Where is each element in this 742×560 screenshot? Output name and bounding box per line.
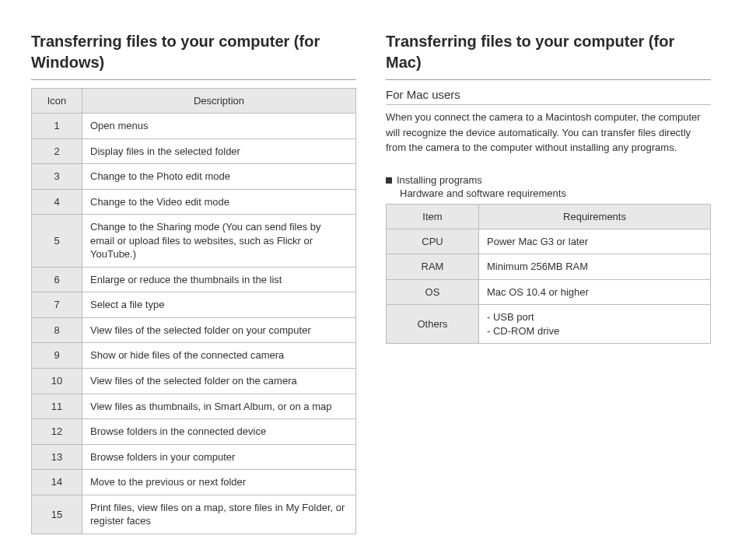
table-row: 12Browse folders in the connected device: [32, 419, 356, 445]
row-num: 4: [32, 189, 82, 215]
right-title: Transferring files to your computer (for…: [386, 31, 711, 80]
table-row: 6Enlarge or reduce the thumbnails in the…: [32, 267, 356, 292]
row-desc: Browse folders in the connected device: [82, 419, 356, 445]
table-row: 7Select a file type: [32, 292, 356, 318]
table-row: 11View files as thumbnails, in Smart Alb…: [32, 394, 356, 419]
left-title: Transferring files to your computer (for…: [31, 31, 356, 80]
install-line2: Hardware and software requirements: [400, 187, 711, 199]
row-num: 1: [32, 114, 82, 139]
table-row: 4Change to the Video edit mode: [32, 189, 356, 215]
req-value: Power Mac G3 or later: [479, 229, 711, 254]
left-column: Transferring files to your computer (for…: [31, 31, 356, 534]
req-value: - USB port - CD-ROM drive: [479, 305, 711, 344]
row-desc: View files of the selected folder on the…: [82, 369, 356, 394]
row-desc: Change to the Video edit mode: [82, 189, 356, 215]
row-desc: Open menus: [82, 114, 356, 139]
table-row: 14Move to the previous or next folder: [32, 470, 356, 495]
row-num: 6: [32, 267, 82, 292]
header-item: Item: [387, 204, 479, 229]
mac-subhead: For Mac users: [386, 88, 711, 105]
row-desc: View files as thumbnails, in Smart Album…: [82, 394, 356, 419]
row-desc: Move to the previous or next folder: [82, 470, 356, 495]
row-num: 12: [32, 419, 82, 445]
req-item: OS: [387, 279, 479, 305]
req-item: CPU: [387, 229, 479, 254]
install-line1-text: Installing programs: [397, 174, 482, 186]
row-desc: Enlarge or reduce the thumbnails in the …: [82, 267, 356, 292]
row-desc: Change to the Sharing mode (You can send…: [82, 215, 356, 268]
table-row: 13Browse folders in your computer: [32, 444, 356, 470]
mac-body-text: When you connect the camera to a Macinto…: [386, 110, 711, 156]
table-header-row: Icon Description: [32, 89, 356, 114]
content-columns: Transferring files to your computer (for…: [31, 31, 711, 534]
row-num: 3: [32, 164, 82, 190]
row-num: 15: [32, 495, 82, 534]
row-desc: Display files in the selected folder: [82, 138, 356, 164]
table-row: 9Show or hide files of the connected cam…: [32, 343, 356, 369]
row-num: 10: [32, 369, 82, 394]
header-description: Description: [82, 89, 356, 114]
req-item: RAM: [387, 254, 479, 280]
header-icon: Icon: [32, 89, 82, 114]
install-block: Installing programs Hardware and softwar…: [386, 174, 711, 345]
table-row: 15Print files, view files on a map, stor…: [32, 495, 356, 534]
req-value: Mac OS 10.4 or higher: [479, 279, 711, 305]
table-row: RAMMinimum 256MB RAM: [387, 254, 711, 280]
row-desc: Show or hide files of the connected came…: [82, 343, 356, 369]
table-row: Others- USB port - CD-ROM drive: [387, 305, 711, 344]
row-desc: View files of the selected folder on you…: [82, 317, 356, 343]
row-num: 11: [32, 394, 82, 419]
square-bullet-icon: [386, 177, 392, 184]
row-desc: Browse folders in your computer: [82, 444, 356, 470]
row-num: 9: [32, 343, 82, 369]
row-num: 14: [32, 470, 82, 495]
table-header-row: Item Requirements: [387, 204, 711, 229]
table-row: 10View files of the selected folder on t…: [32, 369, 356, 394]
row-num: 8: [32, 317, 82, 343]
row-desc: Print files, view files on a map, store …: [82, 495, 356, 534]
install-line1: Installing programs: [386, 174, 711, 186]
table-row: 8View files of the selected folder on yo…: [32, 317, 356, 343]
table-row: 1Open menus: [32, 114, 356, 139]
row-num: 2: [32, 138, 82, 164]
right-column: Transferring files to your computer (for…: [386, 31, 711, 534]
header-requirements: Requirements: [479, 204, 711, 229]
table-row: 2Display files in the selected folder: [32, 138, 356, 164]
table-row: 3Change to the Photo edit mode: [32, 164, 356, 190]
table-row: CPUPower Mac G3 or later: [387, 229, 711, 254]
req-item: Others: [387, 305, 479, 344]
row-num: 7: [32, 292, 82, 318]
table-row: 5Change to the Sharing mode (You can sen…: [32, 215, 356, 268]
req-value: Minimum 256MB RAM: [479, 254, 711, 280]
row-desc: Select a file type: [82, 292, 356, 318]
row-desc: Change to the Photo edit mode: [82, 164, 356, 190]
requirements-table: Item Requirements CPUPower Mac G3 or lat…: [386, 204, 711, 345]
row-num: 5: [32, 215, 82, 268]
icon-description-table: Icon Description 1Open menus 2Display fi…: [31, 88, 356, 534]
row-num: 13: [32, 444, 82, 470]
table-row: OSMac OS 10.4 or higher: [387, 279, 711, 305]
